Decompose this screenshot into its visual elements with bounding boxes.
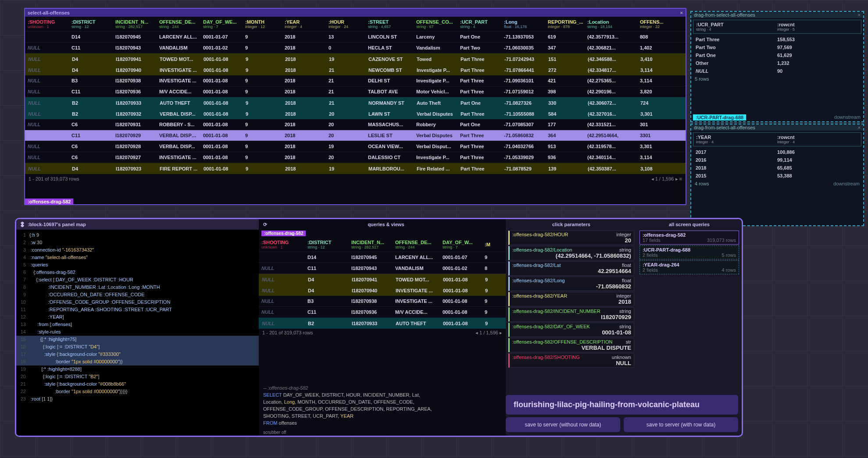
yr-body[interactable]: 2017100,886201699,114201865,685201553,38… xyxy=(691,148,863,180)
param-item[interactable]: :offenses-drag-582/INCIDENT_NUMBERstring… xyxy=(508,307,634,322)
column-header[interactable]: :Longfloat · 18,178 xyxy=(501,18,545,30)
list-item[interactable]: 201553,388 xyxy=(691,172,863,180)
query-item[interactable]: :YEAR-drag-2642 fields4 rows xyxy=(639,260,739,274)
column-header[interactable]: :STREETstring · 4,657 xyxy=(365,18,414,30)
list-item[interactable]: 201865,685 xyxy=(691,164,863,172)
table-row[interactable]: NULLD4I182070941TOWED MOT...0001-01-089 xyxy=(259,274,506,285)
code-line[interactable]: 8 :INCIDENT_NUMBER :Lat :Location :Long … xyxy=(16,284,259,291)
refresh-icon[interactable]: ⟳ xyxy=(263,222,267,227)
code-line[interactable]: 18 :border "1px solid #00000000"}} xyxy=(16,358,259,366)
column-header[interactable]: REPORTING_...integer · 878 xyxy=(545,18,585,30)
ucr-tab[interactable]: :UCR-PART-drag-688 xyxy=(693,114,746,121)
code-line[interactable]: 16 {:logic [:= :DISTRICT "D4"] xyxy=(16,343,259,351)
code-line[interactable]: 19 [:* :highlight=8288] xyxy=(16,366,259,373)
ucr-titlebar[interactable]: drag-from-select-all-offenses× xyxy=(691,12,863,18)
column-header[interactable]: INCIDENT_N...string · 282,517 xyxy=(113,18,157,30)
table-row[interactable]: C11I182070929VERBAL DISPUTE0001-01-08920… xyxy=(25,130,686,141)
column-header[interactable]: OFFENSE_CO...string · 67 xyxy=(414,18,457,30)
code-line[interactable]: 22 :border "1px solid #00000000"}}}}} xyxy=(16,388,259,395)
save-with-rows-button[interactable]: save to server (with row data) xyxy=(624,417,738,432)
list-item[interactable]: Other1,232 xyxy=(691,59,863,67)
column-header[interactable]: DAY_OF_WE...string · 7 xyxy=(200,18,243,30)
table-row[interactable]: NULLB3I182070938INVESTIGATE ...0001-01-0… xyxy=(259,296,506,307)
param-item[interactable]: :offenses-drag-582/Locationstring(42.295… xyxy=(508,246,634,260)
code-line[interactable]: 14 :style-rules xyxy=(16,328,259,336)
mini-table[interactable]: :SHOOTINGunknown · 1:DISTRICTstring · 12… xyxy=(259,237,506,382)
column-header[interactable]: :UCR_PARTstring · 4 xyxy=(457,18,501,30)
code-line[interactable]: 1{:h 9 xyxy=(16,231,259,239)
param-item[interactable]: :offenses-drag-582/Latfloat42.29514664 xyxy=(508,261,634,276)
param-item[interactable]: :offenses-drag-582/OFFENSE_DESCRIPTIONst… xyxy=(508,338,634,352)
yr-titlebar[interactable]: drag-from-select-all-offenses× xyxy=(691,124,863,131)
code-line[interactable]: 10 :OFFENSE_CODE_GROUP :OFFENSE_DESCRIPT… xyxy=(16,298,259,306)
column-header[interactable]: :Locationstring · 18,194 xyxy=(585,18,637,30)
menu-icon[interactable]: ≡ xyxy=(679,176,682,181)
param-item[interactable]: :offenses-drag-582/Longfloat-71.05860832 xyxy=(508,277,634,291)
query-item[interactable]: :UCR-PART-drag-6882 fields5 rows xyxy=(639,245,739,259)
code-line[interactable]: 12 :YEAR] xyxy=(16,313,259,321)
list-item[interactable]: 2017100,886 xyxy=(691,148,863,156)
main-titlebar[interactable]: select-all-offenses × xyxy=(25,9,686,17)
code-line[interactable]: 15 {[:* :highlight=75] xyxy=(16,336,259,343)
close-icon[interactable]: × xyxy=(680,10,683,15)
code-line[interactable]: 4 :name "select-all-offenses" xyxy=(16,254,259,261)
code-line[interactable]: 2 :w 30 xyxy=(16,239,259,246)
main-table-body[interactable]: D14I182070945LARCENY ALL...0001-01-07920… xyxy=(25,32,686,174)
table-row[interactable]: NULLB2I182070933AUTO THEFT0001-01-089 xyxy=(259,318,506,329)
table-row[interactable]: NULLB2I182070932VERBAL DISP...0001-01-08… xyxy=(25,108,686,119)
column-header[interactable]: :MONTHinteger · 12 xyxy=(243,18,282,30)
code-line[interactable]: 5 :queries xyxy=(16,261,259,269)
query-item[interactable]: :offenses-drag-58217 fields319,073 rows xyxy=(639,231,739,245)
downstream-link[interactable]: downstream xyxy=(833,181,860,186)
table-row[interactable]: NULLC11I182070943VANDALISM0001-01-029201… xyxy=(25,43,686,53)
param-item[interactable]: :offenses-drag-582/HOURinteger20 xyxy=(508,231,634,245)
table-row[interactable]: NULLB3I182070938INVESTIGATE ...0001-01-0… xyxy=(25,75,686,86)
param-item[interactable]: :offenses-drag-582/YEARinteger2018 xyxy=(508,292,634,306)
param-item[interactable]: :offenses-drag-582/SHOOTINGunknownNULL xyxy=(508,353,634,368)
list-item[interactable]: Part Two97,569 xyxy=(691,43,863,51)
column-header[interactable]: :SHOOTINGunknown · 1 xyxy=(25,18,69,30)
qv-tab[interactable]: :offenses-drag-582 xyxy=(261,231,306,236)
table-row[interactable]: NULLB2I182070933AUTO THEFT0001-01-089201… xyxy=(25,97,686,108)
table-row[interactable]: NULLD4I182070923FIRE REPORT ...0001-01-0… xyxy=(25,163,686,174)
table-row[interactable]: NULLC11I182070936M/V ACCIDE...0001-01-08… xyxy=(259,307,506,318)
code-line[interactable]: 13 :from [:offenses] xyxy=(16,321,259,328)
code-line[interactable]: 3 :connection-id "-1616373432" xyxy=(16,246,259,254)
close-icon[interactable]: × xyxy=(858,12,861,18)
list-item[interactable]: 201699,114 xyxy=(691,156,863,164)
mini-pager[interactable]: ◂ 1 / 1,596 ▸ xyxy=(475,330,502,336)
pager[interactable]: ◂ 1 / 1,596 ▸ ≡ xyxy=(651,176,682,182)
ucr-body[interactable]: Part Three158,553Part Two97,569Part One6… xyxy=(691,36,863,75)
list-item[interactable]: Part Three158,553 xyxy=(691,36,863,43)
column-header[interactable]: :YEARinteger · 4 xyxy=(282,18,326,30)
table-row[interactable]: NULLD4I182070940INVESTIGATE ...0001-01-0… xyxy=(259,285,506,296)
column-header[interactable]: :DISTRICTstring · 12 xyxy=(69,18,113,30)
column-header[interactable]: OFFENSE_DE...string · 244 xyxy=(157,18,200,30)
main-tab[interactable]: :offenses-drag-582 xyxy=(25,199,73,205)
table-row[interactable]: NULLC6I182070931ROBBERY - S...0001-01-08… xyxy=(25,119,686,130)
table-row[interactable]: NULLC11I182070936M/V ACCIDE...0001-01-08… xyxy=(25,86,686,97)
param-item[interactable]: :offenses-drag-582/DAY_OF_WEEKstring0001… xyxy=(508,323,634,337)
query-list[interactable]: :offenses-drag-58217 fields319,073 rows:… xyxy=(637,230,742,275)
table-row[interactable]: NULLC6I182070928VERBAL DISP...0001-01-08… xyxy=(25,141,686,152)
downstream-link[interactable]: downstream xyxy=(834,114,861,120)
code-line[interactable]: 17 :style {:background-color "#333300" xyxy=(16,351,259,358)
table-row[interactable]: NULLC6I182070927INVESTIGATE ...0001-01-0… xyxy=(25,152,686,163)
column-header[interactable]: :HOURinteger · 24 xyxy=(326,18,365,30)
code-line[interactable]: 11 :REPORTING_AREA :SHOOTING :STREET :UC… xyxy=(16,306,259,313)
code-line[interactable]: 7 {:select [:DAY_OF_WEEK :DISTRICT :HOUR xyxy=(16,276,259,284)
column-header[interactable]: OFFENS...integer · 22 xyxy=(637,18,664,30)
code-line[interactable]: 23 :root [1 1]} xyxy=(16,395,259,403)
table-row[interactable]: NULLD4I182070940INVESTIGATE ...0001-01-0… xyxy=(25,64,686,75)
code-lines[interactable]: 1{:h 92 :w 303 :connection-id "-16163734… xyxy=(16,230,259,436)
code-line[interactable]: 9 :OCCURRED_ON_DATE :OFFENSE_CODE xyxy=(16,291,259,298)
table-row[interactable]: D14I182070945LARCENY ALL...0001-01-079 xyxy=(259,252,506,263)
table-row[interactable]: NULLD4I182070941TOWED MOT...0001-01-0892… xyxy=(25,53,686,64)
list-item[interactable]: NULL90 xyxy=(691,67,863,75)
table-row[interactable]: D14I182070945LARCENY ALL...0001-01-07920… xyxy=(25,32,686,43)
code-line[interactable]: 6 {:offenses-drag-582 xyxy=(16,269,259,276)
close-icon[interactable]: × xyxy=(858,125,861,130)
list-item[interactable]: Part One61,629 xyxy=(691,51,863,59)
save-without-rows-button[interactable]: save to server (without row data) xyxy=(506,417,620,432)
table-row[interactable]: NULLC11I182070943VANDALISM0001-01-028 xyxy=(259,263,506,274)
